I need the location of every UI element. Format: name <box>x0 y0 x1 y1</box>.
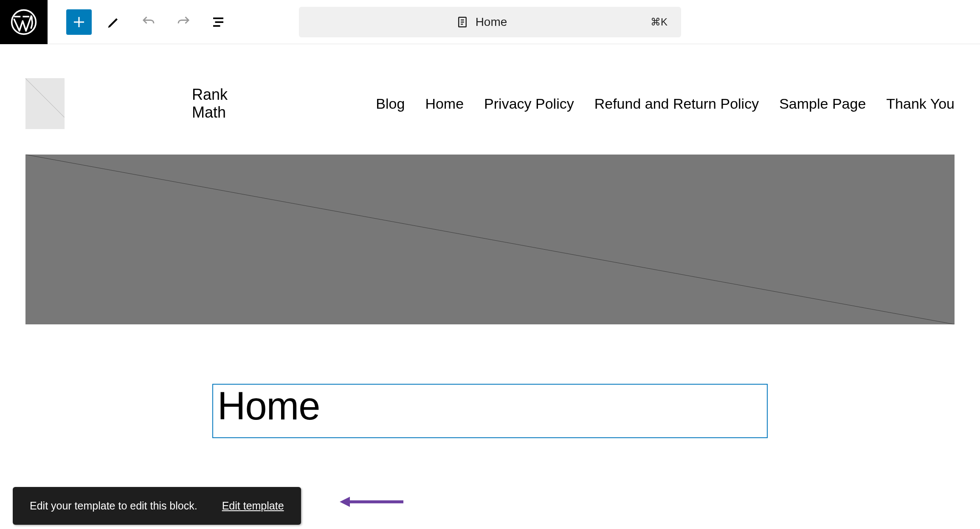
placeholder-graphic <box>25 155 955 324</box>
site-title[interactable]: Rank Math <box>192 86 248 121</box>
toolbar-tools <box>66 9 231 35</box>
svg-line-2 <box>25 155 955 324</box>
document-overview-button[interactable] <box>206 9 231 35</box>
plus-icon <box>71 14 87 30</box>
snackbar-message: Edit your template to edit this block. <box>30 500 197 512</box>
nav-item-thankyou[interactable]: Thank You <box>886 96 955 112</box>
svg-marker-4 <box>340 497 350 507</box>
keyboard-shortcut: ⌘K <box>651 16 667 28</box>
document-switcher[interactable]: Home ⌘K <box>299 7 681 37</box>
add-block-button[interactable] <box>66 9 92 35</box>
tools-button[interactable] <box>101 9 127 35</box>
redo-icon <box>176 14 191 30</box>
edit-template-link[interactable]: Edit template <box>222 500 284 512</box>
pencil-icon <box>106 14 121 30</box>
site-header: Rank Math Blog Home Privacy Policy Refun… <box>0 44 980 155</box>
featured-image-placeholder[interactable] <box>25 155 955 324</box>
page-icon <box>456 16 469 28</box>
redo-button[interactable] <box>171 9 196 35</box>
site-logo-placeholder[interactable] <box>25 78 65 129</box>
nav-item-refund[interactable]: Refund and Return Policy <box>594 96 759 112</box>
snackbar-notice: Edit your template to edit this block. E… <box>13 487 301 525</box>
wordpress-logo-button[interactable] <box>0 0 48 44</box>
editor-toolbar: Home ⌘K <box>0 0 980 44</box>
list-icon <box>211 14 226 30</box>
annotation-arrow <box>340 493 403 512</box>
undo-icon <box>141 14 156 30</box>
nav-item-home[interactable]: Home <box>425 96 464 112</box>
post-title-block[interactable]: Home <box>212 384 768 438</box>
document-switcher-label: Home <box>456 15 507 29</box>
nav-item-privacy[interactable]: Privacy Policy <box>484 96 574 112</box>
nav-item-blog[interactable]: Blog <box>376 96 405 112</box>
document-title: Home <box>476 15 507 29</box>
post-title-wrapper: Home <box>0 384 980 438</box>
undo-button[interactable] <box>136 9 161 35</box>
primary-navigation: Blog Home Privacy Policy Refund and Retu… <box>376 96 955 112</box>
nav-item-sample[interactable]: Sample Page <box>779 96 866 112</box>
wordpress-icon <box>11 9 37 35</box>
